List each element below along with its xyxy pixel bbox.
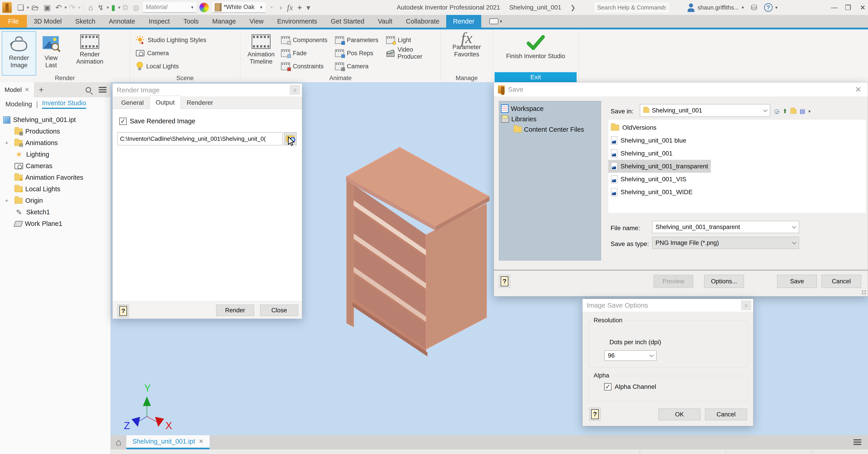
clear-appearance-icon[interactable]: ◑ bbox=[278, 3, 283, 12]
place-content-center-files[interactable]: Content Center Files bbox=[499, 124, 601, 135]
options-dialog-titlebar[interactable]: Image Save Options x bbox=[583, 299, 753, 312]
browser-search-icon[interactable] bbox=[86, 87, 91, 92]
parameter-favorites-button[interactable]: fx Parameter Favorites bbox=[443, 31, 491, 76]
save-icon[interactable]: ▣ bbox=[43, 3, 51, 12]
app-store-cart-icon[interactable]: ⛁ bbox=[751, 3, 757, 12]
tab-collaborate[interactable]: Collaborate bbox=[399, 15, 446, 28]
tab-render[interactable]: Render bbox=[446, 15, 481, 28]
render-image-button[interactable]: Render Image bbox=[2, 31, 36, 76]
tab-environments[interactable]: Environments bbox=[270, 15, 324, 28]
back-icon[interactable]: ◶ bbox=[774, 108, 779, 115]
local-lights-button[interactable]: Local Lights bbox=[133, 60, 240, 73]
alpha-channel-checkbox[interactable]: ✓ bbox=[604, 383, 612, 390]
save-dialog-help-button[interactable]: ? bbox=[499, 275, 510, 288]
home-tab-icon[interactable]: ⌂ bbox=[116, 437, 121, 448]
file-list[interactable]: OldVersions Shelving_unit_001 blue Shelv… bbox=[608, 120, 866, 213]
document-tab-active[interactable]: Shelving_unit_001.ipt ✕ bbox=[126, 435, 209, 449]
new-folder-icon[interactable] bbox=[790, 109, 796, 114]
redo-dropdown-icon[interactable]: ▾ bbox=[78, 5, 81, 10]
animate-components-button[interactable]: Components bbox=[279, 33, 330, 47]
tab-manage[interactable]: Manage bbox=[206, 15, 243, 28]
render-button[interactable]: Render bbox=[216, 305, 254, 316]
animate-parameters-button[interactable]: Parameters bbox=[333, 33, 381, 47]
animate-light-button[interactable]: Light bbox=[384, 33, 440, 47]
expand-icon[interactable]: + bbox=[5, 197, 8, 204]
options-button[interactable]: Options... bbox=[704, 275, 744, 288]
animate-pos-reps-button[interactable]: Pos Reps bbox=[333, 47, 381, 60]
tree-item-animations[interactable]: +▤Animations bbox=[0, 137, 111, 149]
browser-menu-icon[interactable] bbox=[99, 87, 106, 93]
redo-icon[interactable]: ↷ bbox=[69, 3, 75, 12]
tab-file[interactable]: File bbox=[0, 15, 27, 28]
appearance-sphere-icon[interactable]: ◍ bbox=[133, 3, 140, 12]
undo-dropdown-icon[interactable]: ▾ bbox=[64, 5, 67, 10]
video-producer-button[interactable]: Video Producer bbox=[384, 47, 440, 60]
user-dropdown-caret-icon[interactable]: ▾ bbox=[742, 5, 744, 10]
resize-grip[interactable] bbox=[862, 290, 866, 295]
tab-output[interactable]: Output bbox=[150, 95, 181, 109]
save-in-combo[interactable]: Shelving_unit_001 bbox=[640, 104, 770, 117]
help-icon[interactable]: ? bbox=[764, 3, 773, 12]
open-file-icon[interactable]: 🗁 bbox=[31, 3, 39, 12]
animate-constraints-button[interactable]: Constraints bbox=[279, 60, 330, 73]
animate-camera-button[interactable]: Camera bbox=[333, 60, 381, 73]
component-color-dropdown-icon[interactable]: ▾ bbox=[118, 5, 121, 10]
tree-item-local-lights[interactable]: ●Local Lights bbox=[0, 183, 111, 195]
help-search-input[interactable] bbox=[594, 2, 669, 13]
save-dialog-close-icon[interactable]: ✕ bbox=[855, 85, 862, 94]
view-menu-icon[interactable]: ▤ bbox=[800, 108, 805, 115]
close-render-dialog-button[interactable]: Close bbox=[260, 305, 298, 316]
customize-qat-caret-icon[interactable]: ▾ bbox=[307, 3, 310, 12]
tab-inspect[interactable]: Inspect bbox=[142, 15, 177, 28]
tree-item-part[interactable]: Shelving_unit_001.ipt bbox=[0, 114, 111, 125]
panel-label-exit[interactable]: Exit bbox=[495, 72, 577, 82]
file-row-selected[interactable]: Shelving_unit_001_transparent bbox=[608, 160, 711, 173]
render-dialog-close-icon[interactable]: x bbox=[290, 85, 300, 95]
animation-timeline-button[interactable]: Animation Timeline bbox=[243, 31, 279, 76]
material-combo[interactable]: Material ▾ bbox=[143, 2, 196, 13]
add-command-icon[interactable]: + bbox=[298, 3, 302, 12]
tab-sketch[interactable]: Sketch bbox=[68, 15, 102, 28]
expand-icon[interactable]: + bbox=[5, 139, 8, 146]
cancel-options-button[interactable]: Cancel bbox=[705, 408, 747, 420]
tab-general[interactable]: General bbox=[115, 97, 150, 109]
parameter-link-icon[interactable]: ⧉ bbox=[123, 3, 128, 12]
tree-item-work-plane1[interactable]: Work Plane1 bbox=[0, 218, 111, 229]
inventor-logo-icon[interactable] bbox=[2, 2, 12, 13]
browser-tab-model[interactable]: Model ✕ bbox=[0, 82, 34, 97]
tab-renderer[interactable]: Renderer bbox=[181, 97, 219, 109]
dpi-combo[interactable]: 96 bbox=[604, 350, 656, 361]
save-rendered-image-checkbox[interactable]: ✓ bbox=[119, 118, 127, 125]
tab-vault[interactable]: Vault bbox=[371, 15, 399, 28]
tree-item-productions[interactable]: ▦Productions bbox=[0, 125, 111, 137]
output-path-input[interactable] bbox=[118, 132, 283, 145]
tree-item-sketch1[interactable]: ✎Sketch1 bbox=[0, 206, 111, 218]
file-row-oldversions[interactable]: OldVersions bbox=[608, 121, 659, 134]
view-last-button[interactable]: View Last bbox=[37, 31, 65, 76]
parameters-fx-icon[interactable]: fx bbox=[287, 3, 293, 12]
place-workspace[interactable]: Workspace bbox=[499, 104, 601, 114]
add-browser-tab-button[interactable]: + bbox=[39, 85, 43, 94]
save-button[interactable]: Save bbox=[777, 275, 817, 288]
place-libraries[interactable]: Libraries bbox=[499, 114, 601, 124]
help-dropdown-caret-icon[interactable]: ▾ bbox=[775, 5, 778, 10]
studio-lighting-styles-button[interactable]: Studio Lighting Styles bbox=[133, 33, 240, 47]
tab-tools[interactable]: Tools bbox=[177, 15, 206, 28]
shelving-unit-model[interactable] bbox=[345, 146, 494, 363]
save-dialog-titlebar[interactable]: Save ✕ bbox=[494, 82, 868, 96]
render-dialog-help-button[interactable]: ? bbox=[118, 304, 129, 317]
tab-get-started[interactable]: Get Started bbox=[324, 15, 371, 28]
file-row[interactable]: Shelving_unit_001 bbox=[608, 147, 675, 160]
file-row[interactable]: Shelving_unit_001_WIDE bbox=[608, 186, 695, 198]
options-dialog-close-icon[interactable]: x bbox=[741, 300, 751, 310]
new-file-icon[interactable]: ❏ bbox=[17, 3, 24, 12]
home-view-icon[interactable]: ⌂ bbox=[88, 3, 93, 12]
view-menu-caret-icon[interactable]: ▾ bbox=[808, 109, 811, 114]
finish-inventor-studio-button[interactable]: Finish Inventor Studio bbox=[498, 31, 573, 76]
tree-item-origin[interactable]: +Origin bbox=[0, 195, 111, 206]
scene-camera-button[interactable]: Camera bbox=[133, 47, 240, 60]
appearance-combo[interactable]: *White Oak ▾ bbox=[212, 2, 265, 13]
file-row[interactable]: Shelving_unit_001 blue bbox=[608, 134, 689, 147]
color-wheel-icon[interactable] bbox=[199, 3, 209, 12]
component-color-icon[interactable]: ▮ bbox=[111, 3, 116, 12]
